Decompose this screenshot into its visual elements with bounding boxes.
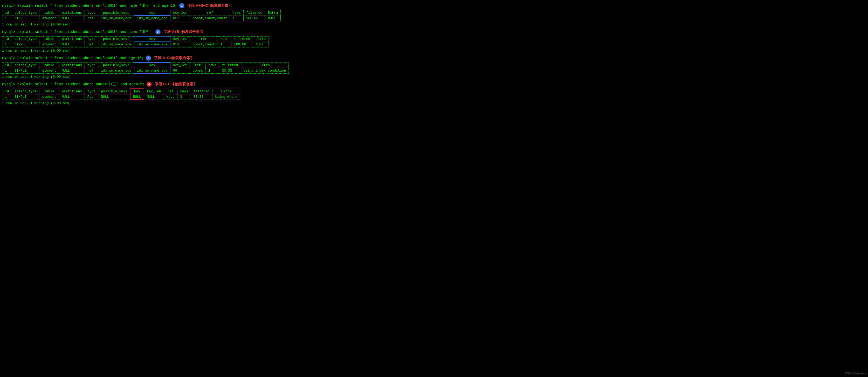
- col-header-rows: rows: [177, 89, 191, 94]
- command-text-2: mysql> explain select * from student whe…: [2, 30, 153, 34]
- cell-r0-c9: 3: [177, 94, 191, 100]
- cell-r0-c5: idx_sn_name_age: [98, 68, 134, 73]
- cell-r0-c3: NULL: [59, 94, 85, 100]
- annotation-2: 字段 A+B=触发联合索引: [164, 30, 203, 34]
- command-text-1: mysql> explain select * from student whe…: [2, 3, 177, 8]
- col-header-ref: ref: [164, 89, 177, 94]
- col-header-rows: rows: [206, 62, 219, 68]
- col-header-possible_keys: possible_keys: [98, 10, 134, 15]
- command-line-4: mysql> explain select * from student whe…: [2, 81, 866, 88]
- table-wrapper-2: idselect_typetablepartitionstypepossible…: [2, 36, 866, 48]
- cell-r0-c6: idx_sn_name_age: [134, 15, 170, 21]
- col-header-select_type: select_type: [12, 10, 39, 15]
- col-header-ref: ref: [190, 36, 218, 42]
- cell-r0-c6: idx_sn_name_age: [134, 42, 170, 47]
- cell-r0-c7: 857: [170, 15, 190, 21]
- col-header-key_len: key_len: [144, 89, 164, 94]
- col-header-id: id: [2, 36, 12, 42]
- cell-r0-c10: 100.00: [231, 42, 253, 47]
- cell-r0-c2: student: [39, 68, 59, 73]
- annotation-1: 字段 A+B+C=触发联合索引: [188, 3, 232, 8]
- col-header-rows: rows: [230, 10, 243, 15]
- badge-3: 3: [146, 56, 151, 61]
- col-header-table: table: [39, 89, 59, 94]
- col-header-key_len: key_len: [170, 36, 190, 42]
- result-table-2: idselect_typetablepartitionstypepossible…: [2, 36, 269, 48]
- cell-r0-c4: ref: [85, 42, 98, 47]
- cell-r0-c9: 1: [218, 42, 231, 47]
- row-result-4: 1 row in set, 1 warning (0.00 sec): [2, 100, 866, 106]
- col-header-Extra: Extra: [253, 36, 269, 42]
- col-header-ref: ref: [190, 10, 230, 15]
- cell-r0-c10: 33.33: [219, 68, 241, 73]
- col-header-filtered: filtered: [243, 10, 265, 15]
- command-line-2: mysql> explain select * from student whe…: [2, 28, 866, 35]
- col-header-filtered: filtered: [219, 62, 241, 68]
- col-header-filtered: filtered: [191, 89, 212, 94]
- block-block1: mysql> explain select * from student whe…: [2, 2, 866, 27]
- cell-r0-c11: NULL: [253, 42, 269, 47]
- col-header-rows: rows: [218, 36, 231, 42]
- table-row: 1SIMPLEstudentNULLrefidx_sn_name_ageidx_…: [2, 15, 281, 21]
- command-line-1: mysql> explain select * from student whe…: [2, 2, 866, 9]
- col-header-key: key: [130, 89, 144, 94]
- annotation-3: 字段 A+C=触发联合索引: [154, 56, 193, 60]
- table-row: 1SIMPLEstudentNULLrefidx_sn_name_ageidx_…: [2, 68, 289, 73]
- col-header-possible_keys: possible_keys: [98, 89, 130, 94]
- cell-r0-c1: SIMPLE: [12, 15, 39, 21]
- row-result-3: 1 row in set, 1 warning (0.00 sec): [2, 74, 866, 80]
- cell-r0-c9: 1: [230, 15, 243, 21]
- col-header-type: type: [85, 62, 98, 68]
- col-header-possible_keys: possible_keys: [98, 36, 134, 42]
- col-header-key_len: key_len: [170, 10, 190, 15]
- row-result-2: 1 row in set, 1 warning (0.00 sec): [2, 48, 866, 54]
- col-header-Extra: Extra: [213, 89, 240, 94]
- cell-r0-c7: NULL: [144, 94, 164, 100]
- cell-r0-c5: idx_sn_name_age: [98, 15, 134, 21]
- command-text-3: mysql> explain select * from student whe…: [2, 56, 144, 60]
- command-line-3: mysql> explain select * from student whe…: [2, 55, 866, 62]
- block-block2: mysql> explain select * from student whe…: [2, 28, 866, 54]
- badge-2: 2: [155, 29, 161, 34]
- col-header-id: id: [2, 62, 12, 68]
- table-wrapper-3: idselect_typetablepartitionstypepossible…: [2, 62, 866, 74]
- col-header-table: table: [39, 10, 59, 15]
- row-result-1: 1 row in set, 1 warning (0.00 sec): [2, 22, 866, 27]
- cell-r0-c8: const: [190, 68, 206, 73]
- terminal: mysql> explain select * from student whe…: [2, 2, 866, 106]
- cell-r0-c10: 100.00: [243, 15, 265, 21]
- table-row: 1SIMPLEstudentNULLrefidx_sn_name_ageidx_…: [2, 42, 269, 47]
- col-header-key: key: [134, 62, 170, 68]
- col-header-table: table: [39, 62, 59, 68]
- block-block3: mysql> explain select * from student whe…: [2, 55, 866, 80]
- command-text-4: mysql> explain select * from student whe…: [2, 82, 145, 87]
- cell-r0-c11: Using index condition: [241, 68, 289, 73]
- cell-r0-c11: NULL: [265, 15, 281, 21]
- col-header-id: id: [2, 89, 12, 94]
- cell-r0-c1: SIMPLE: [12, 94, 39, 100]
- cell-r0-c6: idx_sn_name_age: [134, 68, 170, 73]
- badge-1: 1: [179, 3, 184, 8]
- cell-r0-c9: 1: [206, 68, 219, 73]
- col-header-type: type: [85, 10, 98, 15]
- cell-r0-c11: Using where: [213, 94, 240, 100]
- result-table-3: idselect_typetablepartitionstypepossible…: [2, 62, 289, 74]
- cell-r0-c6: NULL: [130, 94, 144, 100]
- cell-r0-c1: SIMPLE: [12, 42, 39, 47]
- result-table-4: idselect_typetablepartitionstypepossible…: [2, 88, 240, 100]
- annotation-4: 字段 B+C 未触发联合索引: [155, 82, 197, 87]
- cell-r0-c4: ref: [85, 15, 98, 21]
- cell-r0-c8: const,const,const: [190, 15, 230, 21]
- cell-r0-c8: const,const: [190, 42, 218, 47]
- col-header-partitions: partitions: [59, 89, 85, 94]
- col-header-partitions: partitions: [59, 10, 85, 15]
- col-header-key: key: [134, 10, 170, 15]
- cell-r0-c7: 99: [170, 68, 190, 73]
- cell-r0-c4: ALL: [85, 94, 98, 100]
- cell-r0-c5: NULL: [98, 94, 130, 100]
- col-header-partitions: partitions: [59, 62, 85, 68]
- col-header-key: key: [134, 36, 170, 42]
- cell-r0-c8: NULL: [164, 94, 177, 100]
- col-header-table: table: [39, 36, 59, 42]
- col-header-id: id: [2, 10, 12, 15]
